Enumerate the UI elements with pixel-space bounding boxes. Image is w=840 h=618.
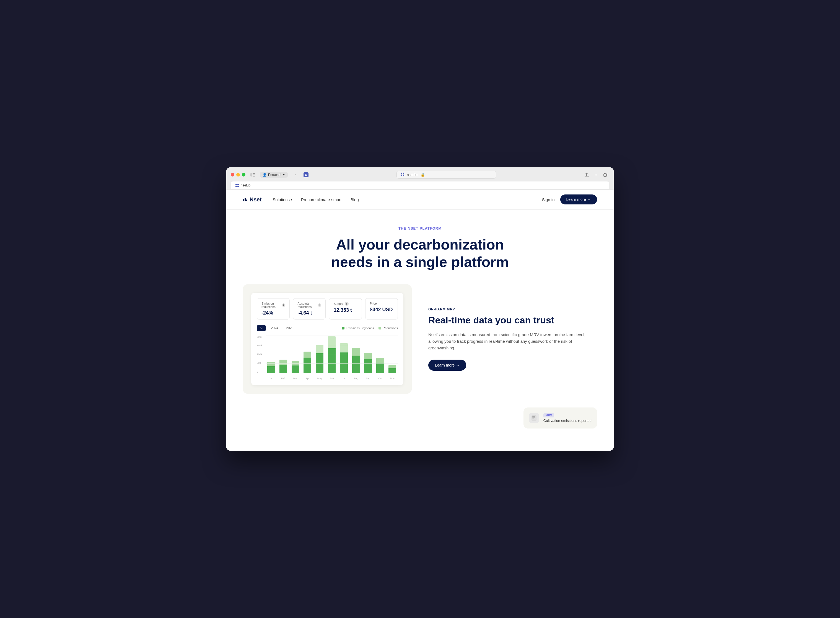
share-button[interactable] bbox=[583, 171, 590, 179]
bar-emissions bbox=[280, 365, 287, 373]
x-label: Aug bbox=[351, 377, 361, 380]
info-icon[interactable]: ℹ bbox=[282, 303, 285, 307]
chart-legend: Emissions Soybeans Reductions bbox=[342, 327, 398, 330]
nav-actions: Sign in Learn more → bbox=[542, 195, 597, 204]
svg-rect-4 bbox=[401, 172, 402, 174]
info-icon[interactable]: ℹ bbox=[318, 303, 321, 307]
bar-reductions bbox=[340, 343, 348, 352]
metric-emission-reductions: Emission reductions ℹ -24% bbox=[257, 298, 290, 319]
nav-solutions[interactable]: Solutions ▾ bbox=[272, 197, 292, 202]
dashboard-card: Emission reductions ℹ -24% Absolute redu… bbox=[243, 284, 412, 394]
logo[interactable]: Nset bbox=[243, 196, 262, 203]
metric-value: $342 USD bbox=[370, 307, 394, 313]
traffic-lights bbox=[231, 173, 245, 177]
x-label: Feb bbox=[278, 377, 289, 380]
x-label: Jan bbox=[266, 377, 277, 380]
bottom-card-content: MRV Cultivation emissions reported bbox=[543, 413, 592, 423]
tab-title: nset.io bbox=[241, 183, 250, 187]
bar-group bbox=[290, 336, 301, 373]
nav-blog[interactable]: Blog bbox=[351, 197, 359, 202]
bottom-teaser: MRV Cultivation emissions reported bbox=[243, 402, 597, 428]
x-label: May bbox=[314, 377, 325, 380]
bar-emissions bbox=[316, 353, 323, 373]
legend-reductions: Reductions bbox=[379, 327, 398, 330]
metric-value: 12.353 t bbox=[334, 308, 357, 313]
bar-reductions bbox=[280, 360, 287, 365]
bar-group bbox=[338, 336, 349, 373]
fullscreen-button[interactable] bbox=[242, 173, 245, 177]
bar-reductions bbox=[267, 362, 275, 366]
metric-label: Price bbox=[370, 302, 377, 305]
metrics-row: Emission reductions ℹ -24% Absolute redu… bbox=[257, 298, 398, 319]
svg-rect-11 bbox=[235, 186, 237, 187]
svg-rect-8 bbox=[604, 174, 607, 177]
bar-group bbox=[351, 336, 361, 373]
new-tab-button[interactable]: + bbox=[592, 171, 600, 179]
svg-rect-2 bbox=[253, 175, 255, 175]
metric-label: Emission reductions bbox=[262, 302, 281, 309]
learn-more-button[interactable]: Learn more → bbox=[428, 360, 466, 371]
nav-procure[interactable]: Procure climate-smart bbox=[301, 197, 342, 202]
x-label: Mar bbox=[290, 377, 301, 380]
bar-group bbox=[314, 336, 325, 373]
content-grid: Emission reductions ℹ -24% Absolute redu… bbox=[243, 284, 597, 394]
chart-tab-all[interactable]: All bbox=[257, 325, 266, 331]
address-bar[interactable]: nset.io 🔒 bbox=[397, 171, 496, 179]
browser-tab[interactable]: nset.io bbox=[231, 181, 609, 189]
bar-emissions bbox=[388, 368, 396, 373]
close-button[interactable] bbox=[231, 173, 234, 177]
chart-controls: All 2024 2023 Emissions Soybeans Reducti… bbox=[257, 325, 398, 331]
bar-group bbox=[326, 336, 337, 373]
svg-rect-10 bbox=[237, 184, 239, 185]
section-tag: ON-FARM MRV bbox=[428, 308, 597, 311]
document-icon bbox=[529, 413, 539, 423]
bar-reductions bbox=[316, 345, 323, 353]
bar-emissions bbox=[303, 358, 311, 373]
x-label: Nov bbox=[387, 377, 398, 380]
bar-reductions bbox=[303, 352, 311, 358]
nav-links: Solutions ▾ Procure climate-smart Blog bbox=[272, 197, 542, 202]
address-bar-area: nset.io 🔒 bbox=[313, 171, 579, 179]
chart-tab-2023[interactable]: 2023 bbox=[283, 325, 296, 331]
browser-chrome: 👤 Personal ▼ ‹ U bbox=[226, 167, 614, 190]
svg-rect-14 bbox=[532, 416, 535, 417]
bottom-text: Cultivation emissions reported bbox=[543, 419, 592, 423]
chart-plot bbox=[266, 336, 398, 373]
svg-rect-6 bbox=[401, 175, 402, 176]
windows-button[interactable] bbox=[602, 171, 609, 179]
site-icon bbox=[401, 172, 404, 177]
bar-group bbox=[278, 336, 289, 373]
legend-emissions: Emissions Soybeans bbox=[342, 327, 374, 330]
metric-price: Price $342 USD bbox=[365, 298, 398, 319]
bar-emissions bbox=[364, 360, 372, 373]
logo-icon bbox=[243, 198, 247, 201]
bar-group bbox=[266, 336, 277, 373]
bar-emissions bbox=[267, 366, 275, 373]
metric-value: -4.64 t bbox=[298, 310, 321, 316]
x-label: Apr bbox=[302, 377, 313, 380]
x-label: Sep bbox=[363, 377, 374, 380]
sidebar-toggle[interactable] bbox=[249, 171, 256, 179]
legend-dot bbox=[342, 327, 345, 330]
bar-group bbox=[363, 336, 374, 373]
minimize-button[interactable] bbox=[236, 173, 240, 177]
sign-in-button[interactable]: Sign in bbox=[542, 197, 555, 202]
navbar: Nset Solutions ▾ Procure climate-smart B… bbox=[226, 190, 614, 210]
chart-tab-2024[interactable]: 2024 bbox=[268, 325, 281, 331]
bar-reductions bbox=[364, 353, 372, 359]
svg-rect-16 bbox=[532, 418, 534, 419]
bar-reductions bbox=[291, 361, 299, 365]
right-content: ON-FARM MRV Real-time data you can trust… bbox=[428, 302, 597, 376]
bottom-card: MRV Cultivation emissions reported bbox=[523, 407, 597, 428]
lock-icon: 🔒 bbox=[421, 172, 425, 177]
nav-learn-more-button[interactable]: Learn more → bbox=[560, 195, 597, 204]
back-button[interactable]: ‹ bbox=[291, 171, 299, 179]
extensions-button[interactable]: U bbox=[302, 171, 310, 179]
profile-button[interactable]: 👤 Personal ▼ bbox=[260, 172, 288, 178]
profile-icon: 👤 bbox=[263, 173, 267, 177]
info-icon[interactable]: ℹ bbox=[345, 302, 349, 306]
svg-rect-1 bbox=[253, 173, 255, 174]
bar-emissions bbox=[376, 363, 384, 373]
browser-controls: 👤 Personal ▼ ‹ U bbox=[231, 171, 609, 179]
svg-rect-9 bbox=[235, 184, 237, 185]
